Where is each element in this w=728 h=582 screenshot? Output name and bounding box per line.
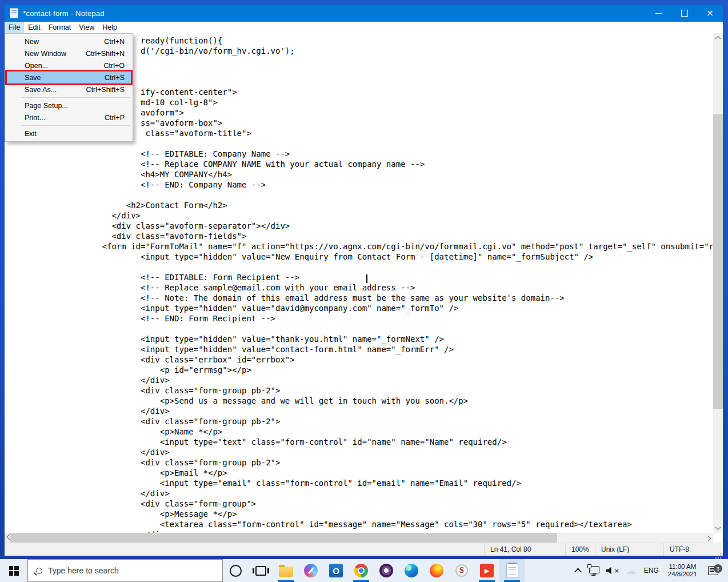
seal-taskbar-button[interactable]: S bbox=[449, 559, 474, 582]
seal-icon: S bbox=[455, 564, 468, 577]
menu-item-label: Open... bbox=[25, 62, 104, 70]
menu-item-shortcut: Ctrl+S bbox=[105, 74, 125, 82]
menu-item-label: Save As... bbox=[25, 86, 86, 94]
chevron-right-icon bbox=[706, 536, 711, 541]
menu-item-label: Exit bbox=[25, 130, 125, 138]
menu-bar: FileEditFormatViewHelp bbox=[5, 22, 723, 33]
status-line-ending: Unix (LF) bbox=[595, 543, 663, 556]
vertical-scrollbar[interactable] bbox=[713, 33, 723, 533]
menu-item-page-setup[interactable]: Page Setup... bbox=[5, 99, 133, 111]
tor-taskbar-button[interactable] bbox=[374, 559, 399, 582]
menu-item-shortcut: Ctrl+N bbox=[104, 38, 125, 46]
search-placeholder: Type here to search bbox=[48, 566, 119, 575]
menu-item-open[interactable]: Open...Ctrl+O bbox=[5, 59, 133, 71]
minimize-button[interactable] bbox=[646, 5, 671, 22]
menu-item-shortcut: Ctrl+P bbox=[105, 114, 125, 122]
paint-icon bbox=[304, 564, 318, 577]
notepad-taskbar-button[interactable] bbox=[499, 559, 525, 582]
start-button[interactable] bbox=[0, 559, 27, 582]
horizontal-scrollbar-thumb[interactable] bbox=[10, 533, 557, 543]
menu-item-shortcut: Ctrl+Shift+N bbox=[86, 50, 125, 58]
edge-icon bbox=[405, 564, 418, 577]
tor-icon bbox=[379, 564, 393, 577]
vertical-scrollbar-thumb[interactable] bbox=[713, 114, 723, 409]
close-button[interactable]: × bbox=[697, 5, 723, 22]
volume-tray-button[interactable]: × bbox=[603, 559, 623, 582]
maximize-icon bbox=[681, 10, 688, 17]
windows-start-icon bbox=[9, 566, 19, 576]
menu-item-label: New bbox=[25, 38, 104, 46]
window-title: *contact-form - Notepad bbox=[23, 9, 105, 18]
outlook-taskbar-button[interactable]: O bbox=[323, 559, 349, 582]
notification-center-button[interactable]: 3 bbox=[702, 566, 725, 575]
scroll-down-button[interactable] bbox=[713, 523, 723, 533]
onedrive-cloud-icon: ☁ bbox=[626, 565, 636, 576]
network-icon bbox=[589, 566, 599, 573]
menu-item-exit[interactable]: Exit bbox=[5, 127, 133, 139]
menu-item-label: New Window bbox=[25, 50, 86, 58]
status-encoding: UTF-8 bbox=[663, 543, 723, 556]
paint-taskbar-button[interactable] bbox=[298, 559, 323, 582]
close-icon: × bbox=[706, 9, 714, 18]
taskbar: Type here to search OS▶ × ☁ ENG 11:00 AM… bbox=[0, 559, 728, 582]
menu-item-label: Page Setup... bbox=[25, 102, 125, 110]
chrome-taskbar-button[interactable] bbox=[349, 559, 374, 582]
menu-item-new[interactable]: NewCtrl+N bbox=[5, 35, 133, 47]
desktop-background: *contact-form - Notepad × FileEditFormat… bbox=[0, 0, 728, 582]
system-tray: × ☁ ENG 11:00 AM 24/8/2021 3 bbox=[570, 559, 728, 582]
search-icon bbox=[36, 568, 42, 574]
language-indicator[interactable]: ENG bbox=[639, 559, 663, 582]
menubar-item-edit[interactable]: Edit bbox=[24, 22, 45, 33]
scroll-right-button[interactable] bbox=[703, 533, 713, 543]
outlook-icon: O bbox=[329, 564, 343, 577]
notepad-icon bbox=[506, 563, 518, 578]
taskview-icon bbox=[255, 566, 266, 576]
menubar-item-help[interactable]: Help bbox=[98, 22, 121, 33]
menu-item-print[interactable]: Print...Ctrl+P bbox=[5, 111, 133, 123]
status-spacer bbox=[5, 543, 484, 556]
menu-item-label: Print... bbox=[25, 114, 105, 122]
chevron-up-icon bbox=[715, 36, 721, 42]
notification-badge: 3 bbox=[714, 564, 722, 573]
scroll-up-button[interactable] bbox=[713, 33, 723, 43]
folder-taskbar-button[interactable] bbox=[273, 559, 298, 582]
notepad-window: *contact-form - Notepad × FileEditFormat… bbox=[5, 5, 723, 556]
horizontal-scrollbar[interactable] bbox=[5, 533, 713, 543]
menu-item-save[interactable]: SaveCtrl+S bbox=[5, 71, 133, 83]
menu-separator bbox=[21, 97, 130, 98]
chrome-icon bbox=[354, 564, 368, 577]
edge-taskbar-button[interactable] bbox=[399, 559, 424, 582]
firefox-taskbar-button[interactable] bbox=[424, 559, 449, 582]
menubar-item-format[interactable]: Format bbox=[45, 22, 75, 33]
taskbar-apps: OS▶ bbox=[223, 559, 525, 582]
maximize-button[interactable] bbox=[671, 5, 697, 22]
menu-separator bbox=[21, 125, 130, 126]
firefox-icon bbox=[430, 564, 443, 577]
chevron-up-icon bbox=[574, 568, 582, 575]
status-bar: Ln 41, Col 80 100% Unix (LF) UTF-8 bbox=[5, 543, 723, 556]
resize-grip[interactable] bbox=[720, 553, 721, 554]
clock-time: 11:00 AM bbox=[668, 563, 697, 571]
minimize-icon bbox=[655, 13, 662, 14]
taskview-taskbar-button[interactable] bbox=[248, 559, 273, 582]
status-cursor-position: Ln 41, Col 80 bbox=[484, 543, 565, 556]
clock-date: 24/8/2021 bbox=[668, 571, 697, 578]
volume-muted-icon bbox=[606, 567, 613, 575]
network-tray-button[interactable] bbox=[586, 559, 603, 582]
folder-icon bbox=[279, 567, 293, 577]
cortana-icon bbox=[230, 565, 242, 577]
search-input[interactable]: Type here to search bbox=[27, 559, 223, 582]
menu-item-shortcut: Ctrl+O bbox=[104, 62, 125, 70]
menubar-item-file[interactable]: File bbox=[5, 22, 24, 33]
taskbar-clock[interactable]: 11:00 AM 24/8/2021 bbox=[663, 559, 702, 582]
menu-item-new-window[interactable]: New WindowCtrl+Shift+N bbox=[5, 47, 133, 59]
cortana-taskbar-button[interactable] bbox=[223, 559, 248, 582]
chevron-down-icon bbox=[715, 524, 721, 530]
title-bar[interactable]: *contact-form - Notepad × bbox=[5, 5, 723, 22]
menu-item-save-as[interactable]: Save As...Ctrl+Shift+S bbox=[5, 83, 133, 95]
menubar-item-view[interactable]: View bbox=[75, 22, 98, 33]
tray-show-hidden-icons[interactable] bbox=[570, 559, 586, 582]
notepad-window-icon bbox=[10, 8, 18, 18]
redapp-taskbar-button[interactable]: ▶ bbox=[474, 559, 499, 582]
onedrive-tray-button[interactable]: ☁ bbox=[623, 559, 639, 582]
